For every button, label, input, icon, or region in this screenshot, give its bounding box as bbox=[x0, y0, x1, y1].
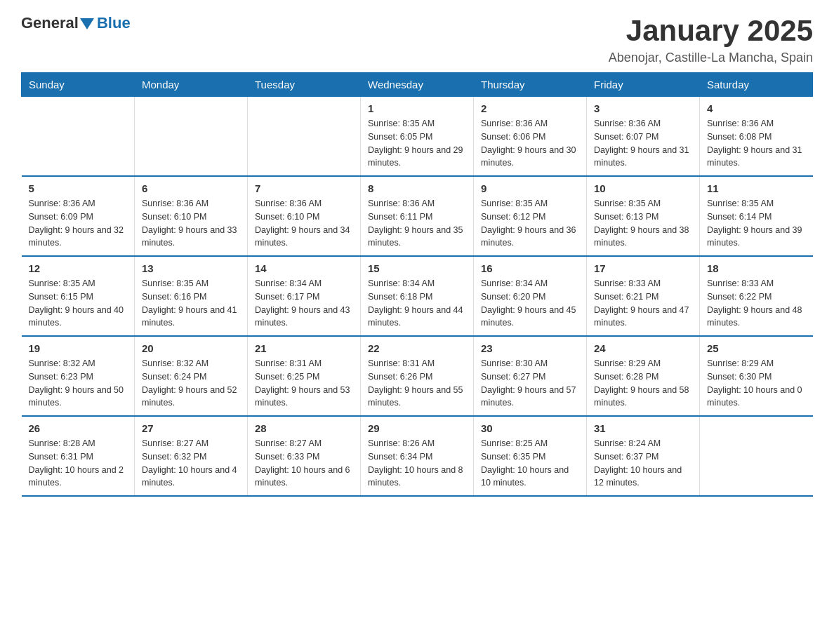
day-number: 13 bbox=[142, 262, 240, 274]
day-info: Sunrise: 8:35 AM Sunset: 6:13 PM Dayligh… bbox=[594, 197, 692, 250]
empty-day-cell bbox=[135, 97, 248, 177]
day-info: Sunrise: 8:30 AM Sunset: 6:27 PM Dayligh… bbox=[481, 357, 579, 410]
day-number: 20 bbox=[142, 342, 240, 354]
calendar-day-23: 23Sunrise: 8:30 AM Sunset: 6:27 PM Dayli… bbox=[474, 336, 587, 416]
logo-blue-text: Blue bbox=[97, 14, 131, 32]
calendar-day-31: 31Sunrise: 8:24 AM Sunset: 6:37 PM Dayli… bbox=[587, 416, 700, 496]
weekday-header-wednesday: Wednesday bbox=[361, 73, 474, 97]
subtitle: Abenojar, Castille-La Mancha, Spain bbox=[609, 51, 813, 65]
calendar-day-17: 17Sunrise: 8:33 AM Sunset: 6:21 PM Dayli… bbox=[587, 256, 700, 336]
day-number: 29 bbox=[368, 422, 466, 434]
calendar-day-24: 24Sunrise: 8:29 AM Sunset: 6:28 PM Dayli… bbox=[587, 336, 700, 416]
day-number: 26 bbox=[29, 422, 128, 434]
day-number: 9 bbox=[481, 182, 579, 194]
day-number: 21 bbox=[255, 342, 353, 354]
calendar-day-5: 5Sunrise: 8:36 AM Sunset: 6:09 PM Daylig… bbox=[22, 176, 135, 256]
calendar-day-27: 27Sunrise: 8:27 AM Sunset: 6:32 PM Dayli… bbox=[135, 416, 248, 496]
calendar-day-26: 26Sunrise: 8:28 AM Sunset: 6:31 PM Dayli… bbox=[22, 416, 135, 496]
calendar-day-15: 15Sunrise: 8:34 AM Sunset: 6:18 PM Dayli… bbox=[361, 256, 474, 336]
page-header: General Blue January 2025 Abenojar, Cast… bbox=[21, 14, 813, 65]
day-number: 30 bbox=[481, 422, 579, 434]
logo: General Blue bbox=[21, 14, 131, 32]
day-info: Sunrise: 8:35 AM Sunset: 6:15 PM Dayligh… bbox=[29, 277, 128, 330]
calendar-day-28: 28Sunrise: 8:27 AM Sunset: 6:33 PM Dayli… bbox=[248, 416, 361, 496]
calendar-week-row: 19Sunrise: 8:32 AM Sunset: 6:23 PM Dayli… bbox=[22, 336, 813, 416]
day-info: Sunrise: 8:36 AM Sunset: 6:07 PM Dayligh… bbox=[594, 117, 692, 170]
calendar-day-30: 30Sunrise: 8:25 AM Sunset: 6:35 PM Dayli… bbox=[474, 416, 587, 496]
title-section: January 2025 Abenojar, Castille-La Manch… bbox=[609, 14, 813, 65]
calendar-day-21: 21Sunrise: 8:31 AM Sunset: 6:25 PM Dayli… bbox=[248, 336, 361, 416]
day-info: Sunrise: 8:36 AM Sunset: 6:10 PM Dayligh… bbox=[255, 197, 353, 250]
calendar-day-1: 1Sunrise: 8:35 AM Sunset: 6:05 PM Daylig… bbox=[361, 97, 474, 177]
day-number: 1 bbox=[368, 102, 466, 114]
day-info: Sunrise: 8:28 AM Sunset: 6:31 PM Dayligh… bbox=[29, 437, 128, 490]
calendar-day-18: 18Sunrise: 8:33 AM Sunset: 6:22 PM Dayli… bbox=[700, 256, 813, 336]
day-info: Sunrise: 8:31 AM Sunset: 6:26 PM Dayligh… bbox=[368, 357, 466, 410]
day-info: Sunrise: 8:27 AM Sunset: 6:33 PM Dayligh… bbox=[255, 437, 353, 490]
calendar-day-29: 29Sunrise: 8:26 AM Sunset: 6:34 PM Dayli… bbox=[361, 416, 474, 496]
calendar-table: SundayMondayTuesdayWednesdayThursdayFrid… bbox=[21, 72, 813, 497]
weekday-header-sunday: Sunday bbox=[22, 73, 135, 97]
calendar-day-3: 3Sunrise: 8:36 AM Sunset: 6:07 PM Daylig… bbox=[587, 97, 700, 177]
calendar-day-22: 22Sunrise: 8:31 AM Sunset: 6:26 PM Dayli… bbox=[361, 336, 474, 416]
day-info: Sunrise: 8:34 AM Sunset: 6:20 PM Dayligh… bbox=[481, 277, 579, 330]
day-number: 22 bbox=[368, 342, 466, 354]
day-info: Sunrise: 8:35 AM Sunset: 6:12 PM Dayligh… bbox=[481, 197, 579, 250]
empty-day-cell bbox=[700, 416, 813, 496]
weekday-header-thursday: Thursday bbox=[474, 73, 587, 97]
day-info: Sunrise: 8:34 AM Sunset: 6:18 PM Dayligh… bbox=[368, 277, 466, 330]
calendar-day-8: 8Sunrise: 8:36 AM Sunset: 6:11 PM Daylig… bbox=[361, 176, 474, 256]
day-info: Sunrise: 8:36 AM Sunset: 6:11 PM Dayligh… bbox=[368, 197, 466, 250]
day-number: 6 bbox=[142, 182, 240, 194]
weekday-header-saturday: Saturday bbox=[700, 73, 813, 97]
empty-day-cell bbox=[22, 97, 135, 177]
day-info: Sunrise: 8:33 AM Sunset: 6:22 PM Dayligh… bbox=[707, 277, 806, 330]
day-number: 14 bbox=[255, 262, 353, 274]
calendar-day-25: 25Sunrise: 8:29 AM Sunset: 6:30 PM Dayli… bbox=[700, 336, 813, 416]
calendar-day-20: 20Sunrise: 8:32 AM Sunset: 6:24 PM Dayli… bbox=[135, 336, 248, 416]
calendar-day-19: 19Sunrise: 8:32 AM Sunset: 6:23 PM Dayli… bbox=[22, 336, 135, 416]
calendar-day-4: 4Sunrise: 8:36 AM Sunset: 6:08 PM Daylig… bbox=[700, 97, 813, 177]
weekday-header-monday: Monday bbox=[135, 73, 248, 97]
day-info: Sunrise: 8:27 AM Sunset: 6:32 PM Dayligh… bbox=[142, 437, 240, 490]
day-number: 10 bbox=[594, 182, 692, 194]
day-number: 11 bbox=[707, 182, 806, 194]
day-info: Sunrise: 8:29 AM Sunset: 6:28 PM Dayligh… bbox=[594, 357, 692, 410]
calendar-day-7: 7Sunrise: 8:36 AM Sunset: 6:10 PM Daylig… bbox=[248, 176, 361, 256]
day-number: 7 bbox=[255, 182, 353, 194]
day-info: Sunrise: 8:36 AM Sunset: 6:08 PM Dayligh… bbox=[707, 117, 806, 170]
calendar-day-14: 14Sunrise: 8:34 AM Sunset: 6:17 PM Dayli… bbox=[248, 256, 361, 336]
day-info: Sunrise: 8:31 AM Sunset: 6:25 PM Dayligh… bbox=[255, 357, 353, 410]
calendar-day-9: 9Sunrise: 8:35 AM Sunset: 6:12 PM Daylig… bbox=[474, 176, 587, 256]
day-number: 4 bbox=[707, 102, 806, 114]
day-number: 23 bbox=[481, 342, 579, 354]
empty-day-cell bbox=[248, 97, 361, 177]
day-info: Sunrise: 8:25 AM Sunset: 6:35 PM Dayligh… bbox=[481, 437, 579, 490]
calendar-day-2: 2Sunrise: 8:36 AM Sunset: 6:06 PM Daylig… bbox=[474, 97, 587, 177]
logo-general-text: General bbox=[21, 14, 94, 32]
weekday-header-tuesday: Tuesday bbox=[248, 73, 361, 97]
day-number: 5 bbox=[29, 182, 128, 194]
day-info: Sunrise: 8:35 AM Sunset: 6:16 PM Dayligh… bbox=[142, 277, 240, 330]
calendar-day-13: 13Sunrise: 8:35 AM Sunset: 6:16 PM Dayli… bbox=[135, 256, 248, 336]
day-number: 28 bbox=[255, 422, 353, 434]
day-number: 16 bbox=[481, 262, 579, 274]
day-number: 18 bbox=[707, 262, 806, 274]
day-info: Sunrise: 8:36 AM Sunset: 6:10 PM Dayligh… bbox=[142, 197, 240, 250]
day-number: 25 bbox=[707, 342, 806, 354]
calendar-week-row: 26Sunrise: 8:28 AM Sunset: 6:31 PM Dayli… bbox=[22, 416, 813, 496]
calendar-header-row: SundayMondayTuesdayWednesdayThursdayFrid… bbox=[22, 73, 813, 97]
calendar-week-row: 5Sunrise: 8:36 AM Sunset: 6:09 PM Daylig… bbox=[22, 176, 813, 256]
day-info: Sunrise: 8:24 AM Sunset: 6:37 PM Dayligh… bbox=[594, 437, 692, 490]
day-info: Sunrise: 8:34 AM Sunset: 6:17 PM Dayligh… bbox=[255, 277, 353, 330]
day-info: Sunrise: 8:35 AM Sunset: 6:05 PM Dayligh… bbox=[368, 117, 466, 170]
calendar-week-row: 1Sunrise: 8:35 AM Sunset: 6:05 PM Daylig… bbox=[22, 97, 813, 177]
day-info: Sunrise: 8:35 AM Sunset: 6:14 PM Dayligh… bbox=[707, 197, 806, 250]
weekday-header-friday: Friday bbox=[587, 73, 700, 97]
day-number: 31 bbox=[594, 422, 692, 434]
day-info: Sunrise: 8:33 AM Sunset: 6:21 PM Dayligh… bbox=[594, 277, 692, 330]
day-info: Sunrise: 8:32 AM Sunset: 6:23 PM Dayligh… bbox=[29, 357, 128, 410]
day-number: 3 bbox=[594, 102, 692, 114]
day-number: 19 bbox=[29, 342, 128, 354]
day-number: 27 bbox=[142, 422, 240, 434]
